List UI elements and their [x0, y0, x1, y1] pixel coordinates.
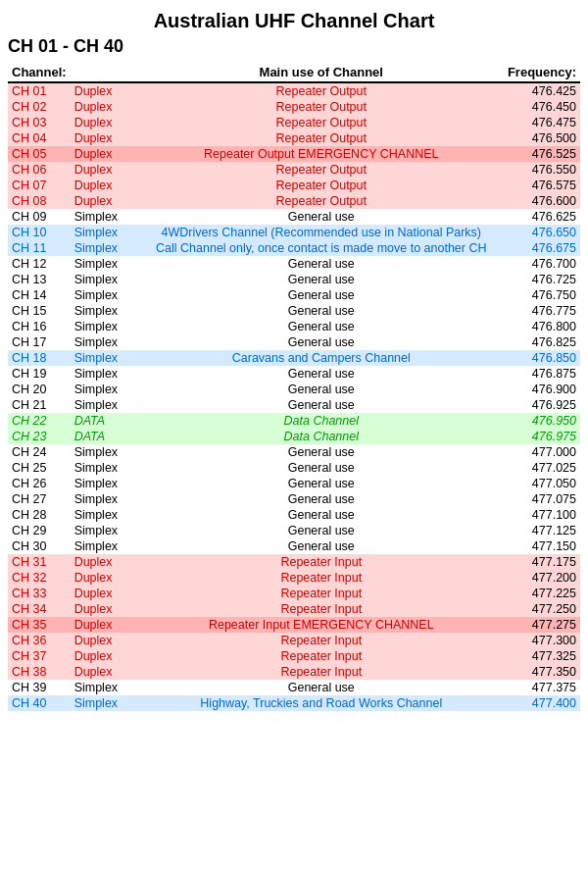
- cell-main: Repeater Output: [139, 130, 504, 146]
- table-row: CH 32DuplexRepeater Input477.200: [8, 570, 580, 586]
- cell-main: Call Channel only, once contact is made …: [139, 240, 504, 256]
- cell-frequency: 477.175: [504, 554, 580, 570]
- cell-channel: CH 39: [8, 680, 71, 695]
- header-main: Main use of Channel: [139, 63, 504, 82]
- cell-channel: CH 15: [8, 303, 71, 319]
- cell-main: General use: [139, 680, 504, 695]
- cell-frequency: 477.075: [504, 491, 580, 507]
- cell-main: General use: [139, 397, 504, 413]
- cell-main: Data Channel: [139, 429, 504, 444]
- table-row: CH 26SimplexGeneral use477.050: [8, 476, 580, 491]
- cell-channel: CH 27: [8, 491, 71, 507]
- cell-type: Simplex: [71, 695, 139, 711]
- cell-channel: CH 26: [8, 476, 71, 491]
- cell-frequency: 476.875: [504, 366, 580, 382]
- page-title: Australian UHF Channel Chart: [8, 10, 580, 32]
- cell-type: Duplex: [71, 146, 139, 162]
- table-row: CH 05DuplexRepeater Output EMERGENCY CHA…: [8, 146, 580, 162]
- cell-channel: CH 07: [8, 178, 71, 193]
- cell-type: Simplex: [71, 382, 139, 397]
- cell-frequency: 476.925: [504, 397, 580, 413]
- cell-channel: CH 40: [8, 695, 71, 711]
- cell-frequency: 477.375: [504, 680, 580, 695]
- table-row: CH 33DuplexRepeater Input477.225: [8, 586, 580, 601]
- cell-main: Repeater Input: [139, 633, 504, 648]
- cell-main: Repeater Output: [139, 115, 504, 130]
- cell-frequency: 477.400: [504, 695, 580, 711]
- table-row: CH 27SimplexGeneral use477.075: [8, 491, 580, 507]
- cell-type: Duplex: [71, 633, 139, 648]
- cell-frequency: 476.700: [504, 256, 580, 272]
- table-row: CH 25SimplexGeneral use477.025: [8, 460, 580, 476]
- cell-frequency: 477.275: [504, 617, 580, 633]
- cell-frequency: 476.725: [504, 272, 580, 287]
- cell-channel: CH 18: [8, 350, 71, 366]
- table-row: CH 07DuplexRepeater Output476.575: [8, 178, 580, 193]
- cell-channel: CH 25: [8, 460, 71, 476]
- table-row: CH 11SimplexCall Channel only, once cont…: [8, 240, 580, 256]
- cell-channel: CH 37: [8, 648, 71, 664]
- cell-channel: CH 28: [8, 507, 71, 523]
- cell-main: General use: [139, 287, 504, 303]
- cell-frequency: 476.975: [504, 429, 580, 444]
- cell-main: Repeater Input: [139, 570, 504, 586]
- cell-type: Simplex: [71, 523, 139, 538]
- table-row: CH 14SimplexGeneral use476.750: [8, 287, 580, 303]
- header-type: [71, 63, 139, 82]
- cell-frequency: 477.300: [504, 633, 580, 648]
- table-row: CH 10Simplex4WDrivers Channel (Recommend…: [8, 225, 580, 240]
- cell-main: General use: [139, 507, 504, 523]
- cell-type: Simplex: [71, 444, 139, 460]
- cell-main: General use: [139, 319, 504, 334]
- table-row: CH 06DuplexRepeater Output476.550: [8, 162, 580, 178]
- page-subtitle: CH 01 - CH 40: [8, 36, 580, 57]
- table-row: CH 04DuplexRepeater Output476.500: [8, 130, 580, 146]
- cell-channel: CH 09: [8, 209, 71, 225]
- cell-frequency: 477.225: [504, 586, 580, 601]
- cell-main: Repeater Output: [139, 82, 504, 99]
- cell-channel: CH 23: [8, 429, 71, 444]
- cell-type: Duplex: [71, 554, 139, 570]
- table-row: CH 12SimplexGeneral use476.700: [8, 256, 580, 272]
- cell-main: General use: [139, 523, 504, 538]
- cell-main: Repeater Input EMERGENCY CHANNEL: [139, 617, 504, 633]
- cell-main: General use: [139, 382, 504, 397]
- cell-frequency: 476.450: [504, 99, 580, 115]
- table-row: CH 39SimplexGeneral use477.375: [8, 680, 580, 695]
- cell-frequency: 476.825: [504, 334, 580, 350]
- table-row: CH 03DuplexRepeater Output476.475: [8, 115, 580, 130]
- cell-channel: CH 12: [8, 256, 71, 272]
- cell-type: Simplex: [71, 256, 139, 272]
- cell-channel: CH 10: [8, 225, 71, 240]
- cell-frequency: 477.200: [504, 570, 580, 586]
- cell-type: Duplex: [71, 570, 139, 586]
- cell-frequency: 476.425: [504, 82, 580, 99]
- cell-main: General use: [139, 334, 504, 350]
- cell-frequency: 476.900: [504, 382, 580, 397]
- cell-type: Duplex: [71, 130, 139, 146]
- cell-type: Simplex: [71, 538, 139, 554]
- cell-frequency: 477.100: [504, 507, 580, 523]
- cell-channel: CH 36: [8, 633, 71, 648]
- cell-frequency: 477.150: [504, 538, 580, 554]
- cell-type: Simplex: [71, 680, 139, 695]
- cell-type: Simplex: [71, 319, 139, 334]
- cell-type: Duplex: [71, 664, 139, 680]
- cell-type: Simplex: [71, 350, 139, 366]
- table-row: CH 36DuplexRepeater Input477.300: [8, 633, 580, 648]
- header-frequency: Frequency:: [504, 63, 580, 82]
- cell-main: General use: [139, 366, 504, 382]
- cell-frequency: 476.800: [504, 319, 580, 334]
- cell-main: General use: [139, 272, 504, 287]
- cell-frequency: 476.575: [504, 178, 580, 193]
- cell-channel: CH 30: [8, 538, 71, 554]
- cell-frequency: 477.325: [504, 648, 580, 664]
- table-row: CH 19SimplexGeneral use476.875: [8, 366, 580, 382]
- table-row: CH 35DuplexRepeater Input EMERGENCY CHAN…: [8, 617, 580, 633]
- cell-channel: CH 01: [8, 82, 71, 99]
- cell-type: Simplex: [71, 225, 139, 240]
- cell-frequency: 476.550: [504, 162, 580, 178]
- table-row: CH 18SimplexCaravans and Campers Channel…: [8, 350, 580, 366]
- cell-type: Simplex: [71, 240, 139, 256]
- cell-channel: CH 33: [8, 586, 71, 601]
